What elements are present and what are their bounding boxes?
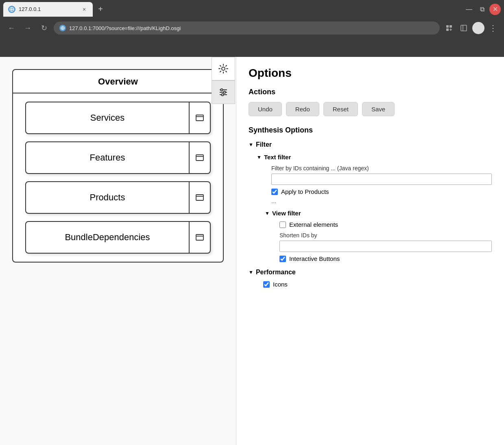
synthesis-options-title: Synthesis Options (249, 126, 492, 135)
profile-avatar[interactable] (472, 22, 484, 34)
filter-section: ▼ Filter ▼ Text filter Filter by IDs con… (249, 139, 492, 262)
view-filter-header[interactable]: ▼ View filter (265, 208, 492, 218)
svg-rect-22 (196, 195, 203, 200)
svg-rect-7 (449, 25, 452, 28)
features-label: Features (26, 142, 189, 173)
text-filter-section: ▼ Text filter Filter by IDs containing .… (257, 152, 492, 262)
right-panel: Options Actions Undo Redo Reset Save Syn… (236, 57, 504, 445)
apply-to-products-row: Apply to Products (271, 188, 492, 195)
url-text: 127.0.0.1:7000/?source=file:///path/KLig… (69, 25, 434, 31)
tab-close-button[interactable]: × (81, 6, 88, 13)
svg-point-11 (222, 67, 225, 70)
svg-point-15 (221, 89, 223, 91)
browser-chrome: 127.0.0.1 × + — ⧉ ✕ ← → ↻ 127.0.0.1:7000… (0, 0, 504, 57)
overview-item-products[interactable]: Products (25, 181, 211, 214)
text-filter-label: Text filter (264, 154, 291, 161)
active-tab[interactable]: 127.0.0.1 × (3, 2, 93, 17)
shorten-ids-label: Shorten IDs by (279, 232, 492, 239)
filter-by-ids-label: Filter by IDs containing ... (Java regex… (271, 165, 492, 171)
maximize-button[interactable]: ⧉ (476, 4, 488, 15)
reset-button[interactable]: Reset (323, 102, 358, 116)
svg-rect-9 (461, 25, 467, 31)
interactive-buttons-row: Interactive Buttons (279, 255, 492, 262)
extensions-button[interactable] (443, 22, 455, 34)
tab-favicon (8, 6, 15, 13)
text-filter-triangle: ▼ (257, 154, 262, 160)
new-tab-button[interactable]: + (94, 3, 107, 15)
save-button[interactable]: Save (362, 102, 395, 116)
nav-right-icons: ⋮ (443, 22, 499, 34)
performance-triangle: ▼ (249, 269, 253, 275)
shorten-ids-input[interactable] (279, 241, 492, 252)
view-filter-section: ▼ View filter External elements Shorten … (265, 208, 492, 262)
sidebar-button[interactable] (458, 22, 470, 34)
overview-items: Services Features Products (13, 93, 223, 262)
products-icon[interactable] (189, 182, 210, 213)
redo-button[interactable]: Redo (286, 102, 319, 116)
icons-label: Icons (273, 281, 288, 288)
more-button[interactable]: ⋮ (487, 22, 499, 34)
svg-point-16 (224, 91, 226, 93)
overview-title: Overview (13, 70, 223, 93)
view-filter-triangle: ▼ (265, 211, 270, 216)
svg-rect-6 (446, 25, 449, 28)
overview-item-features[interactable]: Features (25, 141, 211, 174)
products-label: Products (26, 182, 189, 213)
filter-input[interactable] (271, 174, 492, 185)
overview-item-bundle-dependencies[interactable]: BundleDependencies (25, 221, 211, 254)
options-title: Options (249, 67, 492, 80)
svg-rect-8 (446, 28, 449, 31)
sliders-icon-button[interactable] (212, 80, 235, 104)
minimize-button[interactable]: — (463, 4, 475, 15)
filter-triangle: ▼ (249, 142, 253, 148)
performance-section: ▼ Performance Icons (249, 267, 492, 288)
overview-item-services[interactable]: Services (25, 102, 211, 134)
reload-button[interactable]: ↻ (37, 22, 50, 35)
external-elements-checkbox[interactable] (279, 221, 286, 228)
undo-button[interactable]: Undo (249, 102, 282, 116)
url-favicon (59, 25, 66, 31)
filter-header[interactable]: ▼ Filter (249, 139, 492, 150)
overview-container: Overview Services Features Products (12, 69, 224, 263)
close-button[interactable]: ✕ (489, 4, 501, 15)
performance-label: Performance (256, 269, 296, 276)
tab-extras: — ⧉ ✕ (463, 4, 501, 15)
filter-label: Filter (256, 141, 272, 148)
ellipsis: ... (271, 198, 492, 204)
svg-rect-18 (196, 115, 203, 121)
bundle-dependencies-icon[interactable] (189, 222, 210, 253)
icons-checkbox[interactable] (263, 281, 270, 288)
back-button[interactable]: ← (5, 22, 18, 35)
apply-to-products-label: Apply to Products (281, 188, 329, 195)
text-filter-options: Filter by IDs containing ... (Java regex… (271, 165, 492, 195)
tab-bar: 127.0.0.1 × + — ⧉ ✕ (0, 0, 504, 18)
forward-button[interactable]: → (21, 22, 34, 35)
external-elements-label: External elements (289, 221, 338, 228)
view-filter-options: External elements Shorten IDs by Interac… (279, 221, 492, 262)
tab-title: 127.0.0.1 (19, 6, 77, 12)
main-content: Overview Services Features Products (0, 57, 504, 445)
bundle-dependencies-label: BundleDependencies (26, 222, 189, 253)
apply-to-products-checkbox[interactable] (271, 189, 278, 195)
window-controls: — ⧉ ✕ (463, 4, 501, 15)
text-filter-header[interactable]: ▼ Text filter (257, 152, 492, 162)
nav-bar: ← → ↻ 127.0.0.1:7000/?source=file:///pat… (0, 18, 504, 38)
icons-row: Icons (263, 281, 492, 288)
svg-rect-20 (196, 155, 203, 161)
url-bar[interactable]: 127.0.0.1:7000/?source=file:///path/KLig… (54, 22, 440, 35)
performance-options: Icons (263, 281, 492, 288)
action-buttons: Undo Redo Reset Save (249, 102, 492, 116)
actions-section-title: Actions (249, 88, 492, 96)
interactive-buttons-checkbox[interactable] (279, 256, 286, 262)
features-icon[interactable] (189, 142, 210, 173)
gear-icon-button[interactable] (212, 57, 235, 80)
sidebar-icons (212, 57, 236, 104)
interactive-buttons-label: Interactive Buttons (289, 255, 340, 262)
svg-rect-24 (196, 234, 203, 240)
services-label: Services (26, 102, 189, 133)
left-panel: Overview Services Features Products (0, 57, 236, 445)
performance-header[interactable]: ▼ Performance (249, 267, 492, 278)
external-elements-row: External elements (279, 221, 492, 228)
view-filter-label: View filter (272, 210, 301, 217)
services-icon[interactable] (189, 102, 210, 133)
